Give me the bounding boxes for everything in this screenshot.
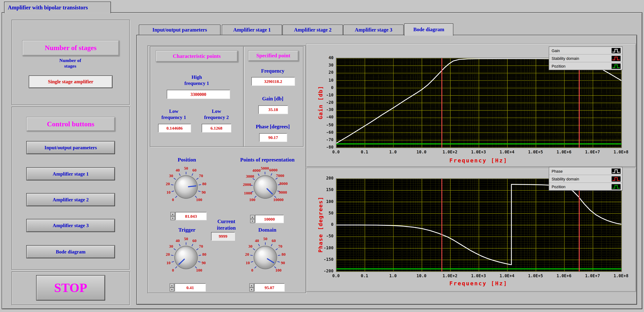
x-tick-label: 1.0: [380, 150, 406, 154]
number-of-stages-value[interactable]: Single stage amplifier: [29, 76, 112, 88]
high-frequency-1-value: 3300000: [167, 90, 230, 99]
position-knob[interactable]: [154, 163, 218, 211]
x-tick-label: 1.0E+7: [579, 150, 606, 154]
spin-up-icon[interactable]: ▲: [249, 283, 254, 288]
button-label: Bode diagram: [56, 249, 86, 255]
low-frequency-1-value: 0.144686: [158, 124, 191, 133]
position-value[interactable]: 81.043: [175, 212, 206, 220]
phase-bode-chart: Phase [degrees] Frequency [Hz] 200150100…: [306, 168, 636, 292]
legend-plot-style-icon: [612, 176, 620, 181]
legend-label: Stability domain: [552, 176, 579, 181]
x-tick-label: 1.0E+2: [436, 273, 464, 278]
characteristic-points-title-label: Characteristic points: [173, 53, 220, 59]
x-tick-label: 1.0E+8: [608, 273, 634, 278]
legend-plot-style-icon: [612, 63, 620, 69]
trigger-knob-label: Trigger: [162, 227, 212, 233]
x-tick-label: 1.0E+3: [465, 150, 492, 154]
legend-plot-style-icon: [612, 168, 620, 174]
legend-item[interactable]: Stability domain: [549, 175, 622, 183]
domain-value[interactable]: 95.07: [254, 283, 284, 292]
legend-item[interactable]: Pozition: [549, 183, 622, 190]
amplifier-stage-2-button[interactable]: Amplifier stage 2: [26, 193, 115, 206]
legend-item[interactable]: Phase: [549, 167, 622, 175]
specified-point-title: Specified point: [248, 50, 298, 61]
spin-down-icon[interactable]: ▼: [170, 216, 175, 220]
domain-spinner[interactable]: ▲▼: [249, 283, 254, 292]
points-of-representation-value[interactable]: 10000: [255, 215, 284, 223]
legend-plot-style-icon: [612, 55, 620, 61]
stop-button[interactable]: STOP: [36, 275, 105, 301]
x-tick-label: 1.0E+6: [550, 273, 578, 278]
y-tick-label: -10: [315, 93, 334, 97]
y-tick-label: -20: [315, 100, 334, 105]
x-tick-label: 1.0E+6: [550, 150, 578, 154]
legend-item[interactable]: Pozition: [549, 62, 622, 70]
x-tick-label: 1.0E+7: [579, 273, 606, 278]
amplifier-stage-1-button[interactable]: Amplifier stage 1: [26, 167, 115, 180]
position-spinner[interactable]: ▲▼: [170, 212, 175, 220]
plot-area: [336, 178, 622, 272]
y-tick-label: -50: [315, 234, 334, 238]
spin-up-icon[interactable]: ▲: [250, 215, 254, 219]
trigger-value[interactable]: 0.41: [174, 283, 206, 292]
tab-input-output-parameters[interactable]: Input/output parameters: [139, 24, 220, 35]
button-label: Amplifier stage 3: [52, 222, 89, 229]
spin-up-icon[interactable]: ▲: [170, 283, 174, 288]
x-tick-label: 10.0: [408, 150, 435, 154]
points-spinner[interactable]: ▲▼: [250, 215, 254, 223]
legend-label: Pozition: [552, 64, 566, 68]
domain-knob-label: Domain: [234, 227, 301, 233]
trigger-value-box: ▲▼ 0.41: [170, 283, 206, 292]
spin-down-icon[interactable]: ▼: [249, 288, 254, 292]
bode-diagram-button[interactable]: Bode diagram: [26, 245, 115, 258]
legend-label: Pozition: [552, 184, 566, 189]
position-knob-label: Position: [162, 157, 212, 163]
tab-amplifier-stage-3[interactable]: Amplifier stage 3: [344, 24, 404, 35]
low-frequency-2-value: 6.1268: [202, 124, 231, 133]
legend-label: Stability domain: [552, 56, 579, 61]
legend-label: Gain: [552, 48, 560, 53]
tab-amplifier-stage-1[interactable]: Amplifier stage 1: [222, 24, 282, 35]
tab-bode-diagram[interactable]: Bode diagram: [404, 23, 454, 36]
tab-amplifier-stage-2[interactable]: Amplifier stage 2: [282, 24, 343, 35]
points-of-representation-knob[interactable]: [233, 163, 297, 211]
button-label: Amplifier stage 1: [52, 171, 89, 177]
y-tick-label: 0: [315, 222, 334, 227]
legend-item[interactable]: Stability domain: [549, 55, 622, 62]
control-buttons-title: Control buttons: [26, 117, 115, 131]
y-tick-label: -60: [315, 130, 334, 134]
domain-knob[interactable]: [233, 234, 297, 282]
spin-up-icon[interactable]: ▲: [170, 212, 175, 216]
position-value-box: ▲▼ 81.043: [170, 212, 206, 220]
legend-plot-style-icon: [612, 48, 620, 53]
trigger-spinner[interactable]: ▲▼: [170, 283, 174, 292]
points-of-representation-value-box: ▲▼ 10000: [250, 215, 284, 223]
tab-label: Amplifier stage 2: [294, 27, 332, 33]
control-buttons-title-label: Control buttons: [47, 120, 94, 128]
number-of-stages-title-label: Number of stages: [45, 44, 96, 52]
window-tab[interactable]: Amplifier with bipolar transistors: [4, 1, 111, 13]
frequency-value: 3290118.2: [251, 77, 295, 86]
phase-degrees-label: Phase [degrees]: [245, 124, 300, 130]
number-of-stages-label: Number of stages: [36, 57, 104, 69]
bode-diagram-page: Characteristic points High frequency 1 3…: [136, 35, 637, 305]
input-output-parameters-button[interactable]: Input/output parameters: [26, 141, 115, 154]
y-tick-label: -50: [315, 122, 334, 127]
legend-item[interactable]: Gain: [549, 47, 622, 54]
y-tick-label: -200: [315, 269, 334, 273]
y-tick-label: 40: [315, 55, 334, 60]
trigger-knob[interactable]: [154, 234, 218, 282]
spin-down-icon[interactable]: ▼: [170, 288, 174, 292]
spin-down-icon[interactable]: ▼: [250, 219, 254, 223]
gain-db-value: 35.18: [258, 105, 288, 114]
points-of-representation-knob-label: Points of representation: [231, 157, 304, 163]
button-label: Amplifier stage 2: [52, 197, 89, 203]
gain-bode-chart: Gain [db] Frequency [Hz] 403020100-10-20…: [306, 43, 636, 167]
x-tick-label: 1.0E+5: [522, 150, 549, 154]
y-tick-label: 10: [315, 78, 334, 82]
amplifier-stage-3-button[interactable]: Amplifier stage 3: [26, 219, 115, 232]
tab-label: Input/output parameters: [152, 27, 207, 33]
gain-x-axis-title: Frequency [Hz]: [336, 157, 621, 163]
x-tick-label: 1.0E+2: [436, 150, 464, 154]
y-tick-label: -70: [315, 137, 334, 142]
